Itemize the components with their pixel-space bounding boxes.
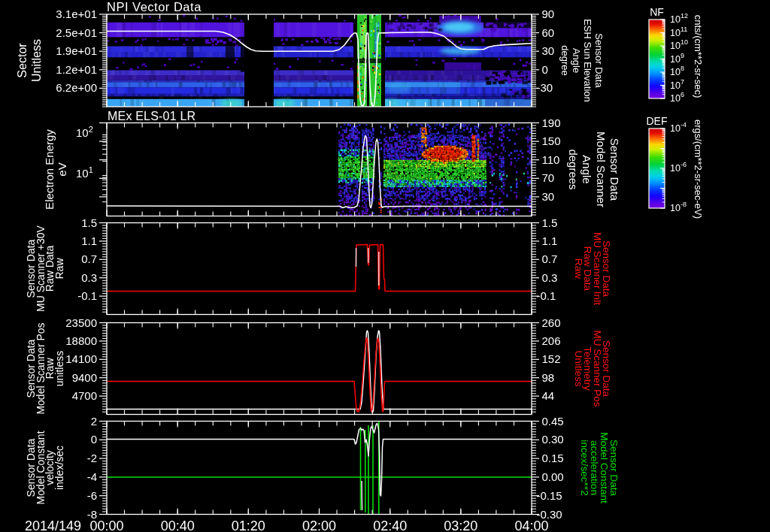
svg-text:110: 110 xyxy=(542,153,560,166)
svg-text:index/sec: index/sec xyxy=(53,446,65,490)
svg-text:degree: degree xyxy=(559,45,571,75)
svg-text:4700: 4700 xyxy=(72,389,97,402)
svg-text:0.7: 0.7 xyxy=(81,252,97,265)
svg-text:190: 190 xyxy=(542,116,561,129)
svg-text:150: 150 xyxy=(542,135,561,147)
svg-text:Angle: Angle xyxy=(571,48,582,73)
svg-text:70: 70 xyxy=(542,171,555,184)
svg-text:cnts/(cm**2-sr-sec): cnts/(cm**2-sr-sec) xyxy=(693,15,704,98)
svg-text:0.7: 0.7 xyxy=(542,252,558,265)
svg-text:-6: -6 xyxy=(87,489,97,502)
svg-text:ergs/(cm**2-sr-sec-eV): ergs/(cm**2-sr-sec-eV) xyxy=(693,119,704,219)
svg-text:152: 152 xyxy=(542,352,561,365)
svg-text:eV: eV xyxy=(56,162,68,176)
svg-text:3.1e+01: 3.1e+01 xyxy=(56,8,97,20)
svg-text:1.2e+01: 1.2e+01 xyxy=(56,63,97,76)
svg-text:0.00: 0.00 xyxy=(542,470,564,483)
svg-text:2014/149: 2014/149 xyxy=(25,518,81,532)
svg-text:90: 90 xyxy=(542,8,555,20)
svg-text:Raw: Raw xyxy=(53,258,65,280)
svg-text:DEF: DEF xyxy=(647,115,668,127)
svg-text:degrees: degrees xyxy=(567,149,580,189)
svg-text:-0.1: -0.1 xyxy=(77,289,97,302)
svg-text:0.3: 0.3 xyxy=(81,271,97,284)
svg-text:206: 206 xyxy=(542,334,561,347)
svg-text:Unitless: Unitless xyxy=(573,350,584,386)
svg-text:04:00: 04:00 xyxy=(514,518,548,532)
svg-text:-30: -30 xyxy=(537,81,553,94)
svg-text:Electron Energy: Electron Energy xyxy=(43,129,56,210)
svg-text:Model Scanner: Model Scanner xyxy=(595,131,608,207)
svg-text:1.9e+01: 1.9e+01 xyxy=(56,44,97,57)
svg-text:-4: -4 xyxy=(87,470,97,483)
svg-text:Unitless: Unitless xyxy=(30,39,43,82)
svg-text:0.30: 0.30 xyxy=(542,433,564,446)
svg-text:14100: 14100 xyxy=(65,352,97,365)
svg-text:01:20: 01:20 xyxy=(232,518,265,532)
svg-text:260: 260 xyxy=(542,316,561,329)
svg-text:unitless: unitless xyxy=(53,351,65,386)
svg-text:0: 0 xyxy=(91,433,97,446)
svg-text:6.2e+00: 6.2e+00 xyxy=(56,81,97,94)
svg-text:Angle: Angle xyxy=(581,155,593,183)
svg-text:03:20: 03:20 xyxy=(444,518,477,532)
svg-text:0.15: 0.15 xyxy=(542,452,564,464)
svg-text:Sensor Data: Sensor Data xyxy=(608,138,621,201)
svg-text:0.3: 0.3 xyxy=(542,271,558,284)
svg-text:NF: NF xyxy=(650,6,664,18)
svg-text:2.5e+01: 2.5e+01 xyxy=(56,26,97,39)
svg-text:0: 0 xyxy=(542,63,548,76)
svg-text:1.1: 1.1 xyxy=(81,234,97,247)
svg-text:1.5: 1.5 xyxy=(81,216,97,229)
svg-text:00:40: 00:40 xyxy=(161,518,195,532)
svg-text:0.45: 0.45 xyxy=(542,415,564,428)
svg-text:1.1: 1.1 xyxy=(542,234,558,247)
svg-text:98: 98 xyxy=(542,371,555,384)
svg-text:-0.15: -0.15 xyxy=(537,489,562,502)
svg-text:Raw: Raw xyxy=(573,258,584,279)
svg-text:-2: -2 xyxy=(87,452,97,464)
svg-text:2: 2 xyxy=(91,415,97,428)
svg-text:30: 30 xyxy=(542,44,555,57)
svg-text:44: 44 xyxy=(542,389,555,402)
svg-text:18800: 18800 xyxy=(65,334,97,347)
svg-text:Sensor Data: Sensor Data xyxy=(593,33,605,88)
svg-text:NPI Vector Data: NPI Vector Data xyxy=(107,0,202,14)
svg-text:60: 60 xyxy=(542,26,555,39)
svg-text:MEx ELS-01 LR: MEx ELS-01 LR xyxy=(108,110,196,122)
svg-text:02:00: 02:00 xyxy=(302,518,336,532)
svg-text:-0.1: -0.1 xyxy=(537,289,556,302)
svg-text:00:00: 00:00 xyxy=(89,518,123,532)
svg-text:Sector: Sector xyxy=(16,43,29,78)
svg-text:incex/sec**2: incex/sec**2 xyxy=(579,440,590,495)
svg-text:23500: 23500 xyxy=(65,316,97,329)
svg-text:ESH Sun Elevation: ESH Sun Elevation xyxy=(582,19,593,102)
svg-text:30: 30 xyxy=(542,190,555,203)
svg-text:9400: 9400 xyxy=(72,371,97,384)
svg-text:02:40: 02:40 xyxy=(373,518,407,532)
svg-text:1.5: 1.5 xyxy=(542,216,558,229)
